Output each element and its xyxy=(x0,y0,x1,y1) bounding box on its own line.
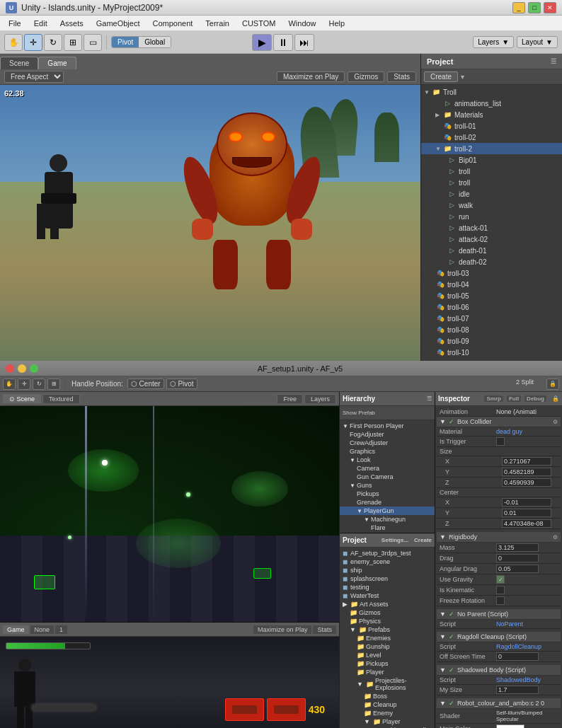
project-item-pickups[interactable]: 📁 Pickups xyxy=(340,659,435,668)
rigidbody-options-icon[interactable]: ⚙ xyxy=(553,534,558,541)
size-y-input[interactable] xyxy=(502,468,551,476)
game-tab[interactable]: Game xyxy=(38,57,76,69)
project-item-watertest[interactable]: ◼ WaterTest xyxy=(340,591,435,600)
list-item[interactable]: ▷ death-02 xyxy=(421,256,562,267)
hierarchy-item-look[interactable]: ▼ Look xyxy=(340,456,435,464)
scale-tool-bottom[interactable]: ⊞ xyxy=(47,379,60,390)
list-item[interactable]: ▷ run xyxy=(421,211,562,222)
list-item[interactable]: 🎭 troll-08 xyxy=(421,324,562,335)
lock-button[interactable]: 🔒 xyxy=(546,379,559,390)
center-x-input[interactable] xyxy=(502,498,551,507)
menu-edit[interactable]: Edit xyxy=(28,18,53,29)
hierarchy-options[interactable]: ☰ xyxy=(427,395,432,402)
my-size-input[interactable] xyxy=(496,686,539,694)
maximize-on-play-button[interactable]: Maximize on Play xyxy=(277,71,345,82)
pivot-global-toggle[interactable]: Pivot Global xyxy=(111,36,171,48)
hierarchy-item-guncam[interactable]: Gun Camera xyxy=(340,473,435,481)
box-collider-header[interactable]: ▼ ✓ Box Collider ⚙ xyxy=(437,417,561,427)
settings-button[interactable]: Settings... xyxy=(382,537,408,543)
hierarchy-item-mgbullet2[interactable]: Machinegun Bullet 2 xyxy=(340,532,435,533)
list-item[interactable]: ▷ idle xyxy=(421,188,562,200)
create-button[interactable]: Create xyxy=(424,71,458,82)
free-tab-bottom[interactable]: Free xyxy=(277,394,303,403)
layout-dropdown[interactable]: Layout ▼ xyxy=(517,36,558,48)
hierarchy-item-grenade[interactable]: Grenade xyxy=(340,498,435,507)
list-item[interactable]: ▷ attack-01 xyxy=(421,222,562,233)
size-z-input[interactable] xyxy=(502,478,551,487)
maximize-dot-button[interactable] xyxy=(30,364,38,373)
minimize-dot-button[interactable] xyxy=(18,364,26,373)
create-dropdown-icon[interactable]: ▼ xyxy=(459,74,466,81)
main-color-swatch[interactable] xyxy=(496,724,524,728)
hierarchy-item-flare[interactable]: Flare xyxy=(340,524,435,532)
close-button[interactable]: ✕ xyxy=(544,2,556,13)
gizmos-button[interactable]: Gizmos xyxy=(348,71,384,82)
smrp-tab[interactable]: Smrp xyxy=(484,395,503,402)
list-item[interactable]: 🎭 troll-02 xyxy=(421,132,562,143)
robot-colour-header[interactable]: ▼ ✓ Robot_colour_and_ambo:c 2 0 xyxy=(437,698,561,709)
scene-tab-bottom[interactable]: ⊙ Scene xyxy=(3,394,41,403)
hierarchy-content[interactable]: ▼ First Person Player FogAdjuster CrewAd… xyxy=(340,420,435,533)
menu-file[interactable]: File xyxy=(3,18,27,29)
project-item-enemyscene[interactable]: ◼ enemy_scene xyxy=(340,557,435,566)
menu-custom[interactable]: CUSTOM xyxy=(236,18,281,29)
project-item-gizmos[interactable]: 📁 Gizmos xyxy=(340,608,435,617)
box-collider-options-icon[interactable]: ⚙ xyxy=(553,419,558,425)
project-item-enemies[interactable]: 📁 Enemies xyxy=(340,634,435,642)
none-tab[interactable]: None xyxy=(30,625,55,634)
show-prefab-label[interactable]: Show Prefab xyxy=(343,410,375,416)
list-item[interactable]: ▷ troll xyxy=(421,166,562,177)
project-item-prefabs[interactable]: ▼ 📁 Prefabs xyxy=(340,625,435,634)
list-item[interactable]: ▷ animations_list xyxy=(421,98,562,109)
project-tree[interactable]: ▼ 📁 Troll ▷ animations_list ▶ 📁 Material… xyxy=(421,85,562,361)
project-item-splash[interactable]: ◼ splashscreen xyxy=(340,574,435,583)
freeze-rotation-checkbox[interactable] xyxy=(496,596,505,605)
project-item-enemy[interactable]: 📁 Enemy xyxy=(340,709,435,717)
hierarchy-item-fogadjuster[interactable]: FogAdjuster xyxy=(340,430,435,439)
list-item[interactable]: 🎭 troll-10 xyxy=(421,347,562,358)
project-item-ship[interactable]: ◼ ship xyxy=(340,566,435,574)
debug-tab[interactable]: Debug xyxy=(524,395,546,402)
project-item-player[interactable]: 📁 Player xyxy=(340,668,435,676)
ragdoll-header[interactable]: ▼ ✓ Ragdoll Cleanup (Script) xyxy=(437,632,561,642)
split-button[interactable]: 2 Split xyxy=(516,379,534,386)
project-item-boss[interactable]: 📁 Boss xyxy=(340,692,435,700)
stats-tab-bottom[interactable]: Stats xyxy=(313,625,336,634)
list-item[interactable]: 🎭 troll-01 xyxy=(421,120,562,132)
size-x-input[interactable] xyxy=(502,457,551,466)
no-parent-header[interactable]: ▼ ✓ No Parent (Script) xyxy=(437,609,561,620)
center-handle-button[interactable]: ⬡ Center xyxy=(127,379,164,389)
textured-tab-bottom[interactable]: Textured xyxy=(42,394,80,403)
list-item[interactable]: ▼ 📁 Troll xyxy=(421,86,562,98)
menu-assets[interactable]: Assets xyxy=(55,18,89,29)
center-y-input[interactable] xyxy=(502,509,551,517)
move-tool-button[interactable]: ✛ xyxy=(24,34,42,51)
full-tab[interactable]: Full xyxy=(507,395,521,402)
game-tab-bottom[interactable]: Game xyxy=(3,625,29,634)
list-item[interactable]: 🎭 troll-04 xyxy=(421,279,562,290)
list-item[interactable]: ▷ walk xyxy=(421,200,562,211)
list-item[interactable]: 🎭 troll-09 xyxy=(421,335,562,347)
off-screen-input[interactable] xyxy=(496,652,539,661)
create-bottom-button[interactable]: Create xyxy=(414,537,432,543)
hierarchy-item-crewadj[interactable]: CrewAdjuster xyxy=(340,439,435,447)
list-item[interactable]: ▷ death-01 xyxy=(421,245,562,256)
list-item[interactable]: ▷ troll xyxy=(421,177,562,188)
list-item[interactable]: 🎭 troll-06 xyxy=(421,301,562,313)
list-item[interactable]: ▶ 📁 Materials xyxy=(421,109,562,120)
layers-tab-bottom[interactable]: Layers xyxy=(304,394,336,403)
mass-input[interactable] xyxy=(496,543,539,552)
project-bottom-content[interactable]: ◼ AF_setup_3rdps_test ◼ enemy_scene ◼ sh… xyxy=(340,548,435,728)
angular-drag-input[interactable] xyxy=(496,565,539,573)
use-gravity-checkbox[interactable]: ✓ xyxy=(496,575,505,584)
hierarchy-item-guns[interactable]: ▼ Guns xyxy=(340,481,435,490)
project-item-cleanup[interactable]: 📁 Cleanup xyxy=(340,700,435,709)
project-item-player2[interactable]: ▼ 📁 Player xyxy=(340,717,435,726)
is-trigger-checkbox[interactable] xyxy=(496,437,505,446)
pause-button[interactable]: ⏸ xyxy=(273,34,293,51)
menu-component[interactable]: Component xyxy=(147,18,198,29)
project-item-projectiles[interactable]: ▼ 📁 Projectiles-Explosions xyxy=(340,676,435,692)
menu-gameobject[interactable]: GameObject xyxy=(91,18,146,29)
center-z-input[interactable] xyxy=(502,519,551,528)
rotate-tool-button[interactable]: ↻ xyxy=(44,34,62,51)
